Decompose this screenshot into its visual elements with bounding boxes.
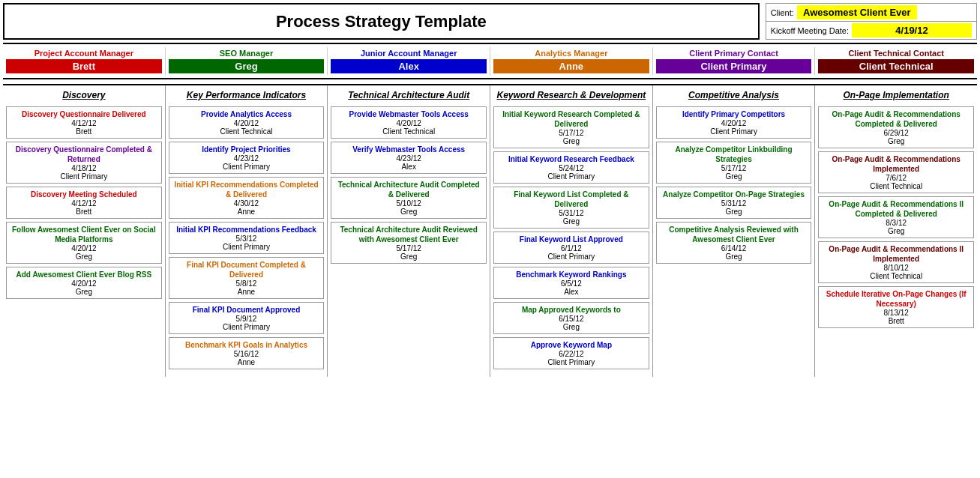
- task-owner: Greg: [563, 137, 580, 145]
- header-right: Client: Awesomest Client Ever Kickoff Me…: [766, 3, 977, 40]
- col-header-4: Competitive Analysis: [688, 90, 779, 100]
- task-date: 5/17/12: [721, 164, 746, 172]
- task-card-0-2: Discovery Meeting Scheduled4/12/12Brett: [6, 187, 162, 219]
- task-owner: Anne: [238, 208, 255, 216]
- page-title: Process Strategy Template: [276, 12, 487, 31]
- task-owner: Anne: [238, 288, 255, 296]
- task-owner: Brett: [889, 317, 904, 325]
- kickoff-label: Kickoff Meeting Date:: [771, 26, 849, 35]
- column-0: DiscoveryDiscovery Questionnaire Deliver…: [3, 85, 166, 377]
- kickoff-value: 4/19/12: [852, 23, 972, 37]
- task-card-1-6: Benchmark KPI Goals in Analytics5/16/12A…: [169, 337, 325, 369]
- task-card-3-6: Approve Keyword Map6/22/12Client Primary: [493, 337, 649, 369]
- task-owner: Client Primary: [547, 358, 595, 366]
- task-title: Identify Project Priorities: [202, 145, 290, 154]
- task-owner: Client Primary: [60, 172, 107, 181]
- column-5: On-Page ImplementationOn-Page Audit & Re…: [815, 85, 977, 377]
- task-card-5-4: Schedule Iterative On-Page Changes (If N…: [818, 286, 974, 328]
- task-owner: Alex: [401, 163, 415, 171]
- task-date: 4/30/12: [234, 199, 259, 208]
- task-title: On-Page Audit & Recommendations Implemen…: [822, 154, 970, 174]
- task-date: 6/1/12: [561, 244, 582, 252]
- role-cell-2: Junior Account ManagerAlex: [328, 47, 490, 75]
- task-date: 5/10/12: [396, 199, 421, 208]
- task-owner: Client Primary: [223, 323, 270, 331]
- task-title: Final KPI Document Approved: [193, 305, 301, 315]
- task-date: 4/20/12: [396, 119, 421, 127]
- column-4: Competitive AnalysisIdentify Primary Com…: [653, 85, 816, 377]
- client-label: Client:: [771, 8, 794, 17]
- task-date: 4/20/12: [234, 119, 259, 127]
- task-date: 4/23/12: [234, 154, 259, 163]
- task-title: Add Awesomest Client Ever Blog RSS: [16, 270, 152, 279]
- task-date: 5/17/12: [559, 129, 583, 137]
- task-title: Benchmark Keyword Rankings: [516, 270, 626, 279]
- role-name-0: Brett: [6, 59, 162, 73]
- header: Process Strategy Template Client: Awesom…: [3, 3, 977, 40]
- column-1: Key Performance IndicatorsProvide Analyt…: [166, 85, 328, 377]
- page: Process Strategy Template Client: Awesom…: [0, 0, 980, 380]
- task-card-3-2: Final Keyword List Completed & Delivered…: [493, 187, 649, 229]
- role-name-5: Client Technical: [818, 59, 974, 73]
- task-owner: Greg: [563, 323, 580, 331]
- task-owner: Greg: [400, 252, 417, 261]
- task-date: 5/3/12: [236, 235, 257, 243]
- task-owner: Client Primary: [223, 243, 270, 251]
- task-card-5-2: On-Page Audit & Recommendations II Compl…: [818, 196, 974, 238]
- column-3: Keyword Research & DevelopmentInitial Ke…: [490, 85, 653, 377]
- col-header-0: Discovery: [62, 90, 105, 100]
- task-card-1-0: Provide Analytics Access4/20/12Client Te…: [169, 106, 325, 139]
- task-card-1-2: Initial KPI Recommendations Completed & …: [169, 177, 325, 219]
- columns: DiscoveryDiscovery Questionnaire Deliver…: [3, 84, 977, 377]
- task-title: Initial Keyword Research Feedback: [508, 154, 634, 164]
- task-owner: Greg: [888, 227, 904, 235]
- task-title: Schedule Iterative On-Page Changes (If N…: [822, 289, 970, 309]
- task-title: Analyze Competitor Linkbuilding Strategi…: [660, 145, 808, 164]
- task-date: 6/14/12: [721, 244, 746, 252]
- task-date: 5/9/12: [236, 315, 257, 323]
- task-date: 6/29/12: [884, 129, 909, 137]
- role-title-2: Junior Account Manager: [361, 49, 457, 58]
- task-owner: Greg: [725, 208, 742, 216]
- task-title: Initial Keyword Research Completed & Del…: [497, 109, 646, 129]
- task-date: 6/5/12: [561, 279, 582, 288]
- role-cell-1: SEO ManagerGreg: [166, 47, 328, 75]
- task-owner: Brett: [76, 127, 91, 136]
- task-owner: Client Technical: [382, 127, 435, 136]
- task-owner: Greg: [725, 172, 742, 181]
- task-card-3-0: Initial Keyword Research Completed & Del…: [493, 106, 649, 148]
- task-title: Benchmark KPI Goals in Analytics: [185, 340, 307, 350]
- task-owner: Anne: [238, 358, 255, 366]
- task-card-2-1: Verify Webmaster Tools Access4/23/12Alex: [331, 142, 487, 174]
- task-card-4-1: Analyze Competitor Linkbuilding Strategi…: [656, 142, 812, 184]
- task-date: 8/3/12: [886, 219, 907, 227]
- column-2: Technical Architecture AuditProvide Webm…: [328, 85, 490, 377]
- task-date: 6/22/12: [559, 350, 583, 358]
- col-header-2: Technical Architecture Audit: [348, 90, 469, 100]
- task-date: 5/31/12: [721, 199, 746, 208]
- task-card-3-5: Map Approved Keywords to6/15/12Greg: [493, 302, 649, 334]
- task-date: 8/10/12: [884, 264, 909, 272]
- role-name-2: Alex: [331, 59, 487, 73]
- task-card-1-1: Identify Project Priorities4/23/12Client…: [169, 142, 325, 174]
- col-header-1: Key Performance Indicators: [187, 90, 306, 100]
- task-owner: Greg: [76, 288, 92, 296]
- role-name-1: Greg: [169, 59, 325, 73]
- task-title: Provide Analytics Access: [201, 109, 292, 119]
- task-owner: Greg: [563, 217, 580, 226]
- task-card-1-5: Final KPI Document Approved5/9/12Client …: [169, 302, 325, 334]
- task-card-2-2: Technical Architecture Audit Completed &…: [331, 177, 487, 219]
- col-header-3: Keyword Research & Development: [496, 90, 646, 100]
- task-owner: Client Technical: [870, 272, 922, 280]
- task-date: 4/20/12: [721, 119, 746, 127]
- role-cell-3: Analytics ManagerAnne: [490, 47, 653, 75]
- task-owner: Greg: [76, 252, 92, 261]
- task-card-2-3: Technical Architecture Audit Reviewed wi…: [331, 222, 487, 264]
- task-owner: Client Primary: [547, 172, 595, 181]
- task-date: 5/8/12: [236, 279, 257, 288]
- task-title: Discovery Questionnaire Completed & Retu…: [10, 145, 158, 164]
- role-name-4: Client Primary: [656, 59, 812, 73]
- task-title: Follow Awesomest Client Ever on Social M…: [10, 225, 158, 244]
- task-card-0-1: Discovery Questionnaire Completed & Retu…: [6, 142, 162, 184]
- role-title-5: Client Technical Contact: [848, 49, 944, 58]
